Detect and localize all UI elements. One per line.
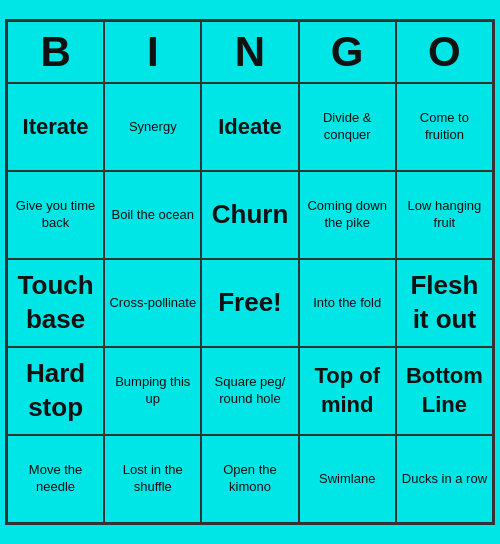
cell-label: Divide & conquer	[304, 110, 391, 144]
header-letter: N	[201, 21, 298, 83]
bingo-cell[interactable]: Bottom Line	[396, 347, 493, 435]
cell-label: Into the fold	[313, 295, 381, 312]
header-letter: O	[396, 21, 493, 83]
bingo-cell[interactable]: Synergy	[104, 83, 201, 171]
bingo-cell[interactable]: Swimlane	[299, 435, 396, 523]
cell-label: Synergy	[129, 119, 177, 136]
bingo-cell[interactable]: Open the kimono	[201, 435, 298, 523]
bingo-cell[interactable]: Iterate	[7, 83, 104, 171]
bingo-cell[interactable]: Low hanging fruit	[396, 171, 493, 259]
bingo-cell[interactable]: Come to fruition	[396, 83, 493, 171]
cell-label: Iterate	[23, 113, 89, 142]
bingo-cell[interactable]: Coming down the pike	[299, 171, 396, 259]
cell-label: Give you time back	[12, 198, 99, 232]
cell-label: Free!	[218, 286, 282, 320]
cell-label: Square peg/ round hole	[206, 374, 293, 408]
bingo-cell[interactable]: Divide & conquer	[299, 83, 396, 171]
bingo-card: BINGO IterateSynergyIdeateDivide & conqu…	[5, 19, 495, 525]
bingo-grid: IterateSynergyIdeateDivide & conquerCome…	[7, 83, 493, 523]
cell-label: Lost in the shuffle	[109, 462, 196, 496]
bingo-cell[interactable]: Move the needle	[7, 435, 104, 523]
cell-label: Boil the ocean	[112, 207, 194, 224]
cell-label: Coming down the pike	[304, 198, 391, 232]
header-letter: G	[299, 21, 396, 83]
bingo-cell[interactable]: Flesh it out	[396, 259, 493, 347]
cell-label: Low hanging fruit	[401, 198, 488, 232]
cell-label: Touch base	[12, 269, 99, 337]
bingo-cell[interactable]: Boil the ocean	[104, 171, 201, 259]
cell-label: Ideate	[218, 113, 282, 142]
bingo-cell[interactable]: Cross-pollinate	[104, 259, 201, 347]
bingo-cell[interactable]: Churn	[201, 171, 298, 259]
cell-label: Swimlane	[319, 471, 375, 488]
header-letter: I	[104, 21, 201, 83]
bingo-cell[interactable]: Ducks in a row	[396, 435, 493, 523]
cell-label: Flesh it out	[401, 269, 488, 337]
bingo-cell[interactable]: Into the fold	[299, 259, 396, 347]
cell-label: Hard stop	[12, 357, 99, 425]
cell-label: Top of mind	[304, 362, 391, 419]
header-letter: B	[7, 21, 104, 83]
bingo-cell[interactable]: Bumping this up	[104, 347, 201, 435]
bingo-cell[interactable]: Hard stop	[7, 347, 104, 435]
cell-label: Churn	[212, 198, 289, 232]
cell-label: Open the kimono	[206, 462, 293, 496]
bingo-cell[interactable]: Square peg/ round hole	[201, 347, 298, 435]
bingo-cell[interactable]: Give you time back	[7, 171, 104, 259]
bingo-cell[interactable]: Lost in the shuffle	[104, 435, 201, 523]
cell-label: Ducks in a row	[402, 471, 487, 488]
bingo-cell[interactable]: Touch base	[7, 259, 104, 347]
cell-label: Come to fruition	[401, 110, 488, 144]
bingo-cell[interactable]: Ideate	[201, 83, 298, 171]
cell-label: Bumping this up	[109, 374, 196, 408]
bingo-header: BINGO	[7, 21, 493, 83]
cell-label: Bottom Line	[401, 362, 488, 419]
bingo-cell[interactable]: Top of mind	[299, 347, 396, 435]
cell-label: Move the needle	[12, 462, 99, 496]
bingo-cell[interactable]: Free!	[201, 259, 298, 347]
cell-label: Cross-pollinate	[109, 295, 196, 312]
